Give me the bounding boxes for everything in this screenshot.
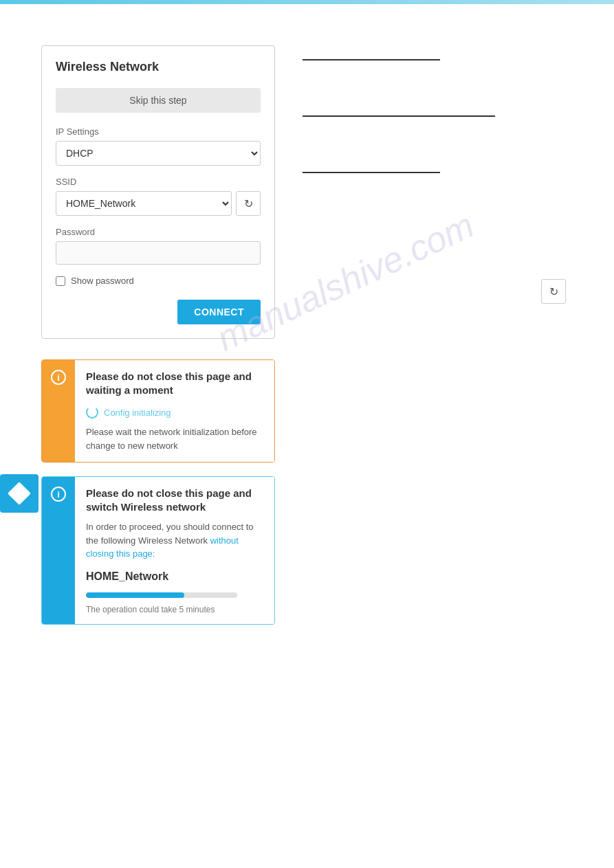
notif-orange-sidebar: i bbox=[42, 360, 75, 462]
notif-blue-desc: In order to proceed, you should connect … bbox=[86, 520, 263, 561]
notif-blue-icon: i bbox=[51, 487, 66, 502]
info-icon: i bbox=[57, 372, 60, 383]
show-password-row: Show password bbox=[56, 276, 261, 286]
config-init-text: Config initializing bbox=[104, 408, 171, 418]
password-input[interactable] bbox=[56, 241, 261, 265]
notif-blue-body: Please do not close this page and switch… bbox=[75, 477, 274, 624]
notification-blue: i Please do not close this page and swit… bbox=[41, 476, 275, 625]
ssid-refresh-button[interactable]: ↻ bbox=[236, 191, 261, 216]
notif-orange-icon: i bbox=[51, 370, 66, 385]
show-password-label[interactable]: Show password bbox=[71, 276, 134, 286]
right-panel: ↻ bbox=[303, 45, 573, 339]
notif-orange-body: Please do not close this page and waitin… bbox=[75, 360, 274, 462]
show-password-checkbox[interactable] bbox=[56, 276, 65, 286]
top-bar bbox=[0, 0, 614, 4]
notif-orange-desc: Please wait the network initialization b… bbox=[86, 425, 263, 452]
main-content: Wireless Network Skip this step IP Setti… bbox=[0, 45, 614, 339]
ip-settings-select[interactable]: DHCP Static bbox=[56, 141, 261, 166]
ssid-label: SSID bbox=[56, 177, 261, 187]
deco-line-1 bbox=[303, 59, 440, 60]
config-init-row: Config initializing bbox=[86, 406, 263, 419]
notif-blue-title: Please do not close this page and switch… bbox=[86, 487, 263, 513]
diamond-icon bbox=[8, 482, 31, 505]
notification-orange: i Please do not close this page and wait… bbox=[41, 359, 275, 463]
wireless-card-title: Wireless Network bbox=[56, 60, 261, 74]
info-icon-blue: i bbox=[57, 489, 60, 500]
notif-orange-title: Please do not close this page and waitin… bbox=[86, 370, 263, 397]
network-name: HOME_Network bbox=[86, 570, 263, 583]
progress-bar-container bbox=[86, 592, 237, 598]
ssid-group: SSID HOME_Network ↻ bbox=[56, 177, 261, 216]
password-label: Password bbox=[56, 227, 261, 237]
progress-bar-fill bbox=[86, 592, 184, 598]
side-icon bbox=[0, 474, 39, 513]
wireless-card: Wireless Network Skip this step IP Setti… bbox=[41, 45, 275, 339]
deco-line-3 bbox=[303, 172, 440, 173]
deco-line-2 bbox=[303, 115, 495, 117]
connect-button[interactable]: CONNECT bbox=[177, 300, 261, 324]
notifications-area: i Please do not close this page and wait… bbox=[0, 339, 614, 638]
spinner-icon bbox=[86, 406, 98, 419]
password-group: Password bbox=[56, 227, 261, 265]
progress-desc: The operation could take 5 minutes bbox=[86, 605, 263, 614]
ip-settings-group: IP Settings DHCP Static bbox=[56, 126, 261, 166]
connect-row: CONNECT bbox=[56, 300, 261, 324]
ssid-row: HOME_Network ↻ bbox=[56, 191, 261, 216]
skip-step-button[interactable]: Skip this step bbox=[56, 88, 261, 113]
ssid-select[interactable]: HOME_Network bbox=[56, 191, 232, 216]
notif-blue-sidebar: i bbox=[42, 477, 75, 624]
refresh-icon: ↻ bbox=[244, 197, 253, 210]
right-refresh-icon[interactable]: ↻ bbox=[541, 279, 566, 304]
ip-settings-label: IP Settings bbox=[56, 126, 261, 137]
left-panel: Wireless Network Skip this step IP Setti… bbox=[41, 45, 275, 339]
refresh-icon-symbol: ↻ bbox=[549, 285, 558, 298]
